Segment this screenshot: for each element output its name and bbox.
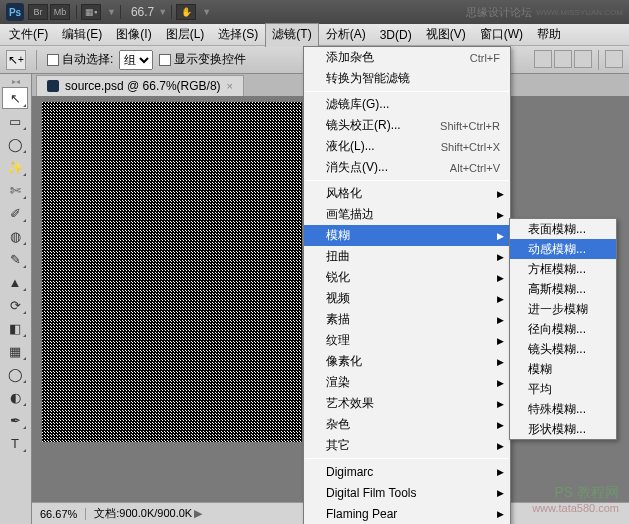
blur-submenu: 表面模糊...动感模糊...方框模糊...高斯模糊...进一步模糊径向模糊...…: [509, 218, 617, 440]
move-tool[interactable]: ↖: [2, 87, 28, 109]
submenu-item[interactable]: 方框模糊...: [510, 259, 616, 279]
auto-select-dropdown[interactable]: 组: [119, 50, 153, 70]
divider: [598, 50, 599, 70]
show-transform-label: 显示变换控件: [159, 51, 246, 68]
menu-item[interactable]: 艺术效果▶: [304, 393, 510, 414]
submenu-arrow-icon: ▶: [497, 399, 504, 409]
move-tool-icon: ↖+: [6, 50, 26, 70]
menu-item[interactable]: 滤镜库(G)...: [304, 94, 510, 115]
menu-item[interactable]: 消失点(V)...Alt+Ctrl+V: [304, 157, 510, 178]
separator: [76, 5, 77, 19]
menu-item[interactable]: 模糊▶: [304, 225, 510, 246]
menu-help[interactable]: 帮助: [530, 23, 568, 46]
menu-item[interactable]: 画笔描边▶: [304, 204, 510, 225]
submenu-arrow-icon: ▶: [497, 509, 504, 519]
lasso-tool[interactable]: ◯: [2, 133, 28, 155]
marquee-tool[interactable]: ▭: [2, 110, 28, 132]
submenu-arrow-icon: ▶: [497, 294, 504, 304]
brush-tool[interactable]: ✎: [2, 248, 28, 270]
menu-item[interactable]: 镜头校正(R)...Shift+Ctrl+R: [304, 115, 510, 136]
menu-item[interactable]: Digital Film Tools▶: [304, 482, 510, 503]
menu-item[interactable]: 素描▶: [304, 309, 510, 330]
blur-tool[interactable]: ◯: [2, 363, 28, 385]
menu-window[interactable]: 窗口(W): [473, 23, 530, 46]
submenu-arrow-icon: ▶: [497, 315, 504, 325]
menu-item[interactable]: Flaming Pear▶: [304, 503, 510, 524]
statusbar-zoom[interactable]: 66.67%: [32, 508, 86, 520]
menu-item[interactable]: 风格化▶: [304, 183, 510, 204]
align-icon[interactable]: [534, 50, 552, 68]
type-tool[interactable]: T: [2, 432, 28, 454]
submenu-arrow-icon: ▶: [497, 252, 504, 262]
menu-item[interactable]: 锐化▶: [304, 267, 510, 288]
auto-select-checkbox[interactable]: [47, 54, 59, 66]
pen-tool[interactable]: ✒: [2, 409, 28, 431]
menu-item[interactable]: 纹理▶: [304, 330, 510, 351]
noise-image: [42, 102, 302, 442]
menu-select[interactable]: 选择(S): [211, 23, 265, 46]
file-icon: [47, 80, 59, 92]
menu-item[interactable]: Digimarc▶: [304, 461, 510, 482]
history-brush-tool[interactable]: ⟳: [2, 294, 28, 316]
align-icon[interactable]: [554, 50, 572, 68]
menu-item[interactable]: 添加杂色Ctrl+F: [304, 47, 510, 68]
close-icon[interactable]: ×: [227, 80, 233, 92]
menu-analysis[interactable]: 分析(A): [319, 23, 373, 46]
menu-item[interactable]: 视频▶: [304, 288, 510, 309]
dropdown-arrow-icon: ▼: [107, 7, 116, 17]
toolbox-grip[interactable]: ▸◂: [2, 76, 29, 86]
menu-file[interactable]: 文件(F): [2, 23, 55, 46]
submenu-item[interactable]: 进一步模糊: [510, 299, 616, 319]
menu-layer[interactable]: 图层(L): [159, 23, 212, 46]
menu-edit[interactable]: 编辑(E): [55, 23, 109, 46]
submenu-item[interactable]: 表面模糊...: [510, 219, 616, 239]
watermark-url: WWW.MISSYUAN.COM: [536, 8, 623, 17]
menu-item[interactable]: 杂色▶: [304, 414, 510, 435]
submenu-arrow-icon: ▶: [497, 231, 504, 241]
submenu-item[interactable]: 平均: [510, 379, 616, 399]
dropdown-arrow-icon: ▼: [158, 7, 167, 17]
menu-image[interactable]: 图像(I): [109, 23, 158, 46]
submenu-item[interactable]: 动感模糊...: [510, 239, 616, 259]
crop-tool[interactable]: ✄: [2, 179, 28, 201]
menu-3d[interactable]: 3D(D): [373, 25, 419, 45]
show-transform-checkbox[interactable]: [159, 54, 171, 66]
bridge-button[interactable]: Br: [28, 4, 48, 20]
minibridge-button[interactable]: Mb: [50, 4, 70, 20]
submenu-item[interactable]: 特殊模糊...: [510, 399, 616, 419]
eyedropper-tool[interactable]: ✐: [2, 202, 28, 224]
menu-item[interactable]: 像素化▶: [304, 351, 510, 372]
toolbox: ▸◂ ↖ ▭ ◯ ✨ ✄ ✐ ◍ ✎ ▲ ⟳ ◧ ▦ ◯ ◐ ✒ T: [0, 74, 32, 524]
menubar: 文件(F) 编辑(E) 图像(I) 图层(L) 选择(S) 滤镜(T) 分析(A…: [0, 24, 629, 46]
healing-tool[interactable]: ◍: [2, 225, 28, 247]
hand-button[interactable]: ✋: [176, 4, 196, 20]
document-tab[interactable]: source.psd @ 66.7%(RGB/8) ×: [36, 75, 244, 96]
align-icon[interactable]: [574, 50, 592, 68]
eraser-tool[interactable]: ◧: [2, 317, 28, 339]
wand-tool[interactable]: ✨: [2, 156, 28, 178]
menu-item[interactable]: 转换为智能滤镜: [304, 68, 510, 89]
align-icons: [534, 50, 623, 70]
submenu-item[interactable]: 模糊: [510, 359, 616, 379]
submenu-item[interactable]: 镜头模糊...: [510, 339, 616, 359]
menu-item[interactable]: 其它▶: [304, 435, 510, 456]
menu-item[interactable]: 扭曲▶: [304, 246, 510, 267]
view-button[interactable]: ▦▪: [81, 4, 101, 20]
auto-select-label: 自动选择:: [47, 51, 113, 68]
gradient-tool[interactable]: ▦: [2, 340, 28, 362]
menu-item[interactable]: 渲染▶: [304, 372, 510, 393]
dodge-tool[interactable]: ◐: [2, 386, 28, 408]
menu-item[interactable]: 液化(L)...Shift+Ctrl+X: [304, 136, 510, 157]
menu-view[interactable]: 视图(V): [419, 23, 473, 46]
zoom-level[interactable]: 66.7: [131, 5, 154, 19]
submenu-arrow-icon: ▶: [497, 210, 504, 220]
canvas[interactable]: [42, 102, 302, 442]
menu-filter[interactable]: 滤镜(T): [265, 23, 318, 47]
submenu-item[interactable]: 径向模糊...: [510, 319, 616, 339]
submenu-item[interactable]: 高斯模糊...: [510, 279, 616, 299]
submenu-item[interactable]: 形状模糊...: [510, 419, 616, 439]
arrow-icon[interactable]: ▶: [194, 507, 202, 519]
separator: [120, 5, 121, 19]
stamp-tool[interactable]: ▲: [2, 271, 28, 293]
align-icon[interactable]: [605, 50, 623, 68]
